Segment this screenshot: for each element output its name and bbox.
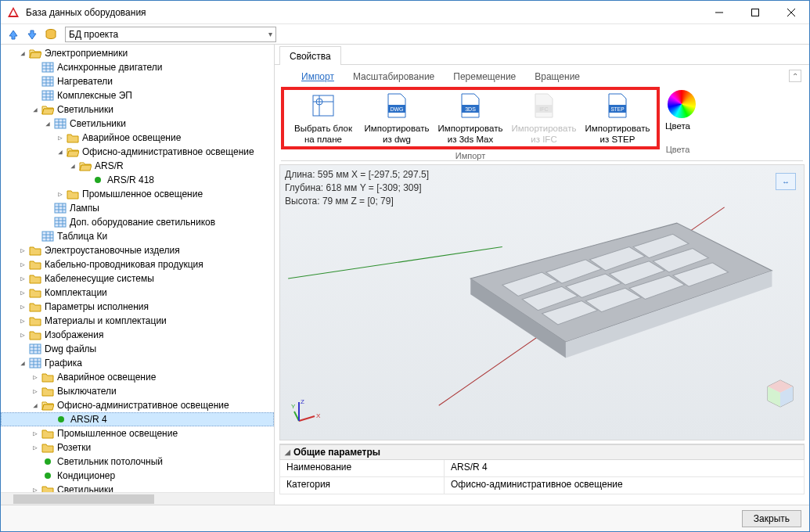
tree-label: Нагреватели [56,76,114,87]
tree-toggle[interactable] [56,134,65,142]
tree-toggle[interactable] [18,246,27,254]
tree-row[interactable]: ARS/R 418 [1,173,274,187]
tree-row[interactable]: Доп. оборудование светильников [1,215,274,229]
tree-row[interactable]: Кабеленесущие системы [1,271,274,286]
right-tabstrip: Свойства [275,45,809,65]
tree-toggle[interactable] [18,359,27,367]
svg-text:IFC: IFC [539,106,548,112]
table-icon [54,202,67,214]
property-value[interactable]: ARS/R 4 [445,460,804,476]
tree-row[interactable]: Изображения [1,328,274,342]
tree-toggle[interactable] [56,190,65,198]
tree-row[interactable]: Светильники [1,117,274,131]
tree-row[interactable]: Материалы и комплектации [1,314,274,328]
tree-row[interactable]: Электроустановочные изделия [1,243,274,257]
property-row[interactable]: КатегорияОфисно-административное освещен… [279,477,805,494]
ribbon-tab-move[interactable]: Перемещение [453,71,516,82]
axis-widget[interactable]: XYZ [291,397,322,429]
database-selector[interactable]: БД проекта [65,27,276,42]
tree-toggle[interactable] [31,444,40,451]
tree-label: Графика [43,358,84,368]
database-icon[interactable] [43,27,59,42]
tree-toggle[interactable] [31,373,40,381]
table-icon [41,61,54,74]
tree-toggle[interactable] [31,430,40,437]
tree-label: Материалы и комплектации [43,315,168,326]
nav-up-button[interactable] [5,27,21,42]
tree-row[interactable]: Параметры исполнения [1,300,274,314]
tree-toggle[interactable] [18,303,27,311]
ribbon-tab-rotate[interactable]: Вращение [535,71,580,82]
tree-row[interactable]: ARS/R [1,159,274,173]
tree-toggle[interactable] [18,49,27,57]
color-wheel-icon[interactable] [668,90,696,118]
properties-header[interactable]: Общие параметры [279,444,805,460]
tree-toggle[interactable] [31,387,40,395]
database-selector-value: БД проекта [69,29,118,40]
tree-row[interactable]: Асинхронные двигатели [1,60,274,74]
import-3ds-button[interactable]: 3DS Импортировать из 3ds Max [436,92,505,145]
maximize-button[interactable] [737,1,773,24]
ribbon-tab-scale[interactable]: Масштабирование [353,71,434,82]
tree-row[interactable]: Таблица Ки [1,229,274,243]
tree-row[interactable]: ARS/R 4 [1,412,274,426]
tree-row[interactable]: Розетки [1,440,274,455]
tree-row[interactable]: Графика [1,356,274,370]
tree-row[interactable]: Выключатели [1,384,274,398]
tree-row[interactable]: Промышленное освещение [1,187,274,201]
tree-toggle[interactable] [43,120,52,128]
tree-row[interactable]: Светильники [1,102,274,117]
tree-row[interactable]: Кондиционер [1,469,274,483]
ribbon-tab-import[interactable]: Импорт [301,71,334,82]
tree-row[interactable]: Электроприемники [1,46,274,60]
tree-row[interactable]: Офисно-административное освещение [1,398,274,412]
tree-row[interactable]: Аварийное освещение [1,370,274,384]
tree-row[interactable]: Светильник потолочный [1,455,274,469]
table-icon [54,216,67,228]
table-icon [41,89,54,102]
close-dialog-button[interactable]: Закрыть [742,510,801,527]
tree-toggle[interactable] [68,162,77,170]
tree-toggle[interactable] [18,317,27,325]
tree-label: Dwg файлы [43,343,98,354]
tree-row[interactable]: Кабельно-проводниковая продукция [1,257,274,271]
table-icon [54,117,67,130]
model-viewport[interactable]: Длина: 595 мм X = [-297.5; 297.5] Глубин… [279,164,805,440]
tree-label: Асинхронные двигатели [56,62,164,73]
tab-properties[interactable]: Свойства [279,46,341,65]
tree-toggle[interactable] [31,106,40,113]
tree-toggle[interactable] [18,275,27,282]
tree-toggle[interactable] [31,401,40,409]
import-step-button[interactable]: STEP Импортировать из STEP [583,92,652,145]
tree-row[interactable]: Комплексные ЭП [1,88,274,102]
tree-row[interactable]: Dwg файлы [1,342,274,356]
tree-row[interactable]: Нагреватели [1,74,274,88]
tree-toggle[interactable] [56,148,65,156]
ribbon-collapse-button[interactable]: ⌃ [789,70,801,82]
import-dwg-button[interactable]: DWG Импортировать из dwg [362,92,431,145]
tree-toggle[interactable] [18,289,27,297]
equipment-tree[interactable]: ЭлектроприемникиАсинхронные двигателиНаг… [1,45,274,498]
property-row[interactable]: НаименованиеARS/R 4 [279,460,805,477]
folder-open-icon [41,399,54,412]
dot-icon [41,455,54,468]
select-block-button[interactable]: Выбрать блок на плане [289,92,358,145]
svg-rect-3 [752,9,759,16]
tree-row[interactable]: Промышленное освещение [1,426,274,440]
tree-row[interactable]: Аварийное освещение [1,131,274,145]
view-cube[interactable] [765,377,796,408]
property-key: Наименование [280,460,445,476]
tree-toggle[interactable] [18,331,27,339]
property-value[interactable]: Офисно-административное освещение [445,477,804,494]
tree-row[interactable]: Лампы [1,201,274,215]
nav-down-button[interactable] [24,27,40,42]
table-icon [29,343,41,355]
tree-toggle[interactable] [18,261,27,268]
tree-row[interactable]: Комплектации [1,286,274,300]
svg-line-64 [288,247,502,279]
minimize-button[interactable] [701,1,737,24]
tree-row[interactable]: Офисно-административное освещение [1,145,274,159]
import-ifc-button: IFC Импортировать из IFC [509,92,578,145]
close-button[interactable] [773,1,809,24]
horizontal-scrollbar[interactable] [1,492,274,505]
